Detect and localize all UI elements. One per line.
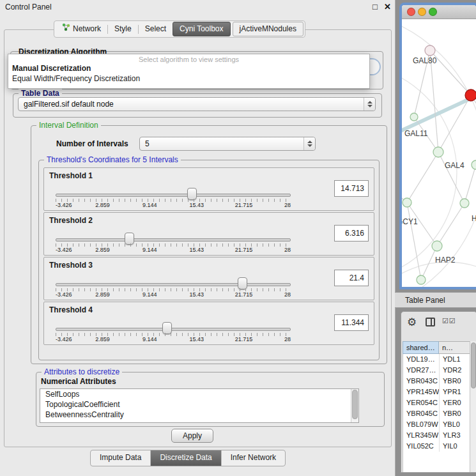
table-row[interactable]: YBL079WYBL0 <box>403 419 470 430</box>
network-canvas-svg[interactable]: GAL80GAL11GAL4GCY1HAP2H <box>402 19 476 289</box>
slider-track[interactable] <box>56 283 291 286</box>
table-scrollbar[interactable] <box>470 341 476 472</box>
tick-label: 15.43 <box>190 291 204 298</box>
list-item[interactable]: TopologicalCoefficient <box>40 399 358 410</box>
tick-label: 15.43 <box>190 336 204 342</box>
threshold-value-field[interactable]: 11.344 <box>334 314 369 331</box>
num-intervals-label: Number of Intervals <box>56 139 128 148</box>
table-row[interactable]: YBR043CYBR0 <box>403 376 470 387</box>
slider-track[interactable] <box>56 194 291 197</box>
tick-label: -3.426 <box>56 202 72 208</box>
table-row[interactable]: YER054CYER0 <box>403 397 470 408</box>
slider-track[interactable] <box>56 238 291 242</box>
spinner-icon[interactable] <box>303 137 315 150</box>
network-node[interactable] <box>460 199 469 208</box>
threshold-slider[interactable]: -3.4262.8599.14415.4321.71528 <box>56 302 291 344</box>
slider-tick-labels: -3.4262.8599.14415.4321.71528 <box>56 247 291 254</box>
tab-style[interactable]: Style <box>108 22 138 36</box>
column-header[interactable]: shared… <box>403 341 439 354</box>
dropdown-option[interactable]: Equal Width/Frequency Discretization <box>8 73 369 84</box>
gear-icon[interactable]: ⚙ <box>407 316 417 329</box>
tab-label: jActiveMNodules <box>240 22 296 36</box>
threshold-value-field[interactable]: 21.4 <box>334 270 369 286</box>
dropdown-option[interactable]: Manual Discretization <box>8 63 369 73</box>
table-cell: YIL0 <box>440 441 470 452</box>
tab-infer-network[interactable]: Infer Network <box>222 450 285 466</box>
list-item[interactable]: BetweennessCentrality <box>40 410 358 420</box>
table-cell: YDL19… <box>403 354 440 365</box>
close-icon[interactable]: ✕ <box>384 2 391 12</box>
tab-impute-data[interactable]: Impute Data <box>91 450 151 466</box>
spinner-icon[interactable] <box>364 98 375 111</box>
threshold-value-field[interactable]: 6.316 <box>334 225 369 242</box>
list-item[interactable]: SelfLoops <box>40 389 358 399</box>
network-node[interactable] <box>433 147 443 157</box>
table-cell: YPR1 <box>440 387 470 397</box>
network-node[interactable] <box>403 198 411 207</box>
network-node[interactable] <box>465 89 476 101</box>
table-row[interactable]: YBR045CYBR0 <box>403 408 470 419</box>
table-row[interactable]: YIL052CYIL0 <box>403 441 470 452</box>
slider-tick-labels: -3.4262.8599.14415.4321.71528 <box>56 202 291 209</box>
tick-label: 2.859 <box>95 336 110 342</box>
tab-cyni-toolbox[interactable]: Cyni Toolbox <box>173 22 230 36</box>
tab-jactivemnodules[interactable]: jActiveMNodules <box>233 22 303 36</box>
tab-network[interactable]: Network <box>56 22 107 36</box>
tick-label: 21.715 <box>235 291 253 298</box>
network-node[interactable] <box>472 160 476 169</box>
scrollbar-thumb[interactable] <box>352 390 358 419</box>
group-title: Attributes to discretize <box>42 367 122 376</box>
tab-label: Cyni Toolbox <box>180 22 223 36</box>
network-view-window: GAL80GAL11GAL4GCY1HAP2H <box>399 3 476 289</box>
mac-zoom-button[interactable] <box>429 8 437 16</box>
network-node[interactable] <box>410 113 418 121</box>
table-row[interactable]: YLR345WYLR3 <box>403 430 470 441</box>
num-intervals-combo[interactable]: 5 <box>139 137 316 151</box>
network-node-label: GAL4 <box>445 161 464 170</box>
scrollbar-thumb[interactable] <box>471 342 476 388</box>
mac-close-button[interactable] <box>407 8 415 16</box>
network-edge <box>407 152 438 203</box>
network-edge <box>438 95 471 152</box>
network-node[interactable] <box>425 45 435 56</box>
tick-label: -3.426 <box>56 336 72 342</box>
select-columns-icon[interactable]: ☑☑ <box>442 317 456 325</box>
threshold-value-field[interactable]: 14.713 <box>334 180 369 197</box>
table-cell: YLR3 <box>440 430 470 441</box>
table-row[interactable]: YPR145WYPR1 <box>403 387 470 397</box>
threshold-slider[interactable]: -3.4262.8599.14415.4321.71528 <box>56 257 291 300</box>
tick-label: 9.144 <box>142 336 157 342</box>
tick-label: 21.715 <box>235 247 253 253</box>
combo-value: 5 <box>145 139 150 148</box>
network-node[interactable] <box>432 241 442 251</box>
window-title: Control Panel <box>5 3 52 12</box>
tick-label: 9.144 <box>142 202 157 208</box>
threshold-slider[interactable]: -3.4262.8599.14415.4321.71528 <box>56 168 291 210</box>
numerical-attributes-label: Numerical Attributes <box>41 377 116 386</box>
network-arc-edge <box>402 262 476 289</box>
table-data-combo[interactable]: galFiltered.sif default node <box>18 97 376 111</box>
threshold-panel: Threshold 2 -3.4262.8599.14415.4321.7152… <box>43 212 374 256</box>
threshold-panel: Threshold 3 -3.4262.8599.14415.4321.7152… <box>43 257 374 300</box>
table-cell: YPR145W <box>403 387 440 397</box>
tick-label: 9.144 <box>142 247 157 253</box>
threshold-slider[interactable]: -3.4262.8599.14415.4321.71528 <box>56 213 291 255</box>
tab-discretize-data[interactable]: Discretize Data <box>151 450 221 466</box>
control-panel-tabs: Network Style Select Cyni Toolbox jActiv… <box>54 20 305 38</box>
numerical-attributes-list[interactable]: SelfLoopsTopologicalCoefficientBetweenne… <box>40 388 359 423</box>
apply-button[interactable]: Apply <box>171 429 213 443</box>
tick-label: 28 <box>284 202 291 208</box>
network-node[interactable] <box>417 275 426 284</box>
table-row[interactable]: YDL19…YDL1 <box>403 354 470 365</box>
tab-label: Style <box>114 22 132 36</box>
stage: Control Panel □ ✕ Network Style Select C <box>0 0 476 476</box>
tab-select[interactable]: Select <box>139 22 173 36</box>
tick-label: 21.715 <box>235 202 253 208</box>
column-header[interactable]: n… <box>439 341 470 354</box>
columns-icon[interactable] <box>426 318 435 326</box>
list-scrollbar[interactable] <box>351 389 358 422</box>
slider-track[interactable] <box>56 328 291 331</box>
mac-minimize-button[interactable] <box>418 8 426 16</box>
table-row[interactable]: YDR27…YDR2 <box>403 365 470 376</box>
float-window-icon[interactable]: □ <box>372 2 378 12</box>
